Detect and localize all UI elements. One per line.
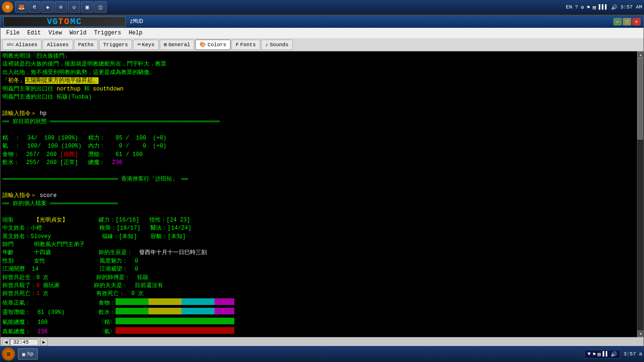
- vertical-scrollbar[interactable]: ▲ ▼: [637, 51, 644, 337]
- menu-view[interactable]: View: [45, 29, 66, 37]
- keys-icon: ⌨: [137, 41, 140, 48]
- taskbar-network-icon: ▌▌▌: [599, 4, 608, 10]
- taskbar-icon-3[interactable]: ◈: [41, 1, 54, 13]
- taskbar-lang: EN: [566, 4, 572, 10]
- window-controls: — □ ✕: [613, 18, 641, 25]
- general-icon: ⊞: [164, 41, 167, 48]
- taskbar-icon-ie[interactable]: e: [28, 1, 41, 13]
- menu-edit[interactable]: Edit: [24, 29, 45, 37]
- app-label: hp: [27, 351, 33, 357]
- toolbar-fonts[interactable]: F Fonts: [231, 40, 260, 50]
- maximize-button[interactable]: □: [623, 18, 631, 25]
- minimize-button[interactable]: —: [613, 18, 622, 25]
- main-window: VGTOMC zMUD — □ ✕ File Edit View World T…: [0, 15, 644, 347]
- taskbar-clock: 3:57 AM: [620, 4, 642, 10]
- system-tray: ▼ ⚑ ▤ ▌▌ 🔊: [584, 350, 620, 359]
- tray-icon-1[interactable]: ▼: [587, 351, 591, 357]
- taskbar-icon-4[interactable]: ⊙: [55, 1, 67, 13]
- title-bar: VGTOMC zMUD — □ ✕: [0, 16, 644, 28]
- tray-icon-4[interactable]: ▌▌: [603, 351, 609, 357]
- toolbar-colors[interactable]: 🎨 Colors: [195, 40, 231, 50]
- toolbar-aliases[interactable]: Aliases: [42, 40, 73, 50]
- window-title: zMUD: [130, 18, 613, 25]
- sounds-icon: ♪: [265, 42, 269, 48]
- scroll-up-button[interactable]: ▲: [637, 51, 644, 58]
- abc-icon: abc: [7, 42, 14, 47]
- menu-bar: File Edit View World Triggers Help: [0, 28, 644, 38]
- taskbar-settings-icon[interactable]: ⚙: [581, 4, 584, 10]
- toolbar-sounds[interactable]: ♪ Sounds: [261, 40, 293, 50]
- taskbar-top: ⊞ 🦊 e ◈ ⊙ ◇ ▣ ◫ EN ? ⚙ ⚑ ▤ ▌▌▌ 🔊 3:57 AM: [0, 0, 644, 14]
- taskbar-monitor-icon: ▤: [593, 4, 596, 10]
- app-icon: ▣: [22, 351, 25, 357]
- fonts-icon: F: [236, 42, 239, 48]
- close-button[interactable]: ✕: [632, 18, 641, 25]
- toolbar: abc Aliases Aliases Paths Triggers ⌨ Key…: [0, 38, 644, 51]
- start-orb[interactable]: ⊞: [2, 1, 13, 13]
- taskbar-icon-6[interactable]: ▣: [81, 1, 93, 13]
- app-logo: VGTOMC: [3, 16, 126, 27]
- tray-icon-3[interactable]: ▤: [598, 351, 601, 357]
- status-bar: ◀ 32:45 ▶: [0, 337, 644, 346]
- taskbar-icon-5[interactable]: ◇: [68, 1, 80, 13]
- scroll-down-button[interactable]: ▼: [637, 330, 644, 337]
- menu-triggers[interactable]: Triggers: [90, 29, 125, 37]
- menu-help[interactable]: Help: [125, 29, 146, 37]
- toolbar-keys[interactable]: ⌨ Keys: [133, 40, 158, 50]
- start-button-bottom[interactable]: ⊞: [2, 347, 15, 361]
- taskbar-icon-7[interactable]: ◫: [94, 1, 107, 13]
- terminal-scroll[interactable]: 明教光明頂「烈火族後門」 這裡就是烈火族的後門，後面就是明教總舵所在，門宇軒大，…: [0, 51, 637, 337]
- menu-world[interactable]: World: [66, 29, 90, 37]
- taskbar-icons: 🦊 e ◈ ⊙ ◇ ▣ ◫: [15, 1, 107, 13]
- status-time: 32:45: [10, 339, 38, 346]
- taskbar-bottom: ⊞ ▣ hp ▼ ⚑ ▤ ▌▌ 🔊 3:57 a: [0, 346, 644, 362]
- status-arrows: ▶: [40, 338, 48, 346]
- taskbar-help-icon[interactable]: ?: [575, 4, 578, 10]
- bottom-clock: 3:57 a: [623, 351, 642, 357]
- colors-icon: 🎨: [199, 41, 206, 48]
- toolbar-paths[interactable]: Paths: [74, 40, 98, 50]
- taskbar-right: EN ? ⚙ ⚑ ▤ ▌▌▌ 🔊 3:57 AM: [566, 4, 642, 10]
- taskbar-icon-firefox[interactable]: 🦊: [15, 1, 27, 13]
- tray-icon-2[interactable]: ⚑: [593, 351, 596, 357]
- toolbar-triggers[interactable]: Triggers: [99, 40, 132, 50]
- toolbar-general[interactable]: ⊞ General: [160, 40, 195, 50]
- toolbar-aliases-abc[interactable]: abc Aliases: [2, 40, 41, 50]
- scroll-track[interactable]: [637, 58, 644, 330]
- scroll-thumb[interactable]: [637, 58, 643, 140]
- menu-file[interactable]: File: [2, 29, 24, 37]
- status-arrow-left[interactable]: ◀: [2, 338, 10, 346]
- taskbar-bottom-right: ▼ ⚑ ▤ ▌▌ 🔊 3:57 a: [584, 350, 642, 359]
- taskbar-app-zmud[interactable]: ▣ hp: [18, 348, 38, 360]
- status-arrow-right[interactable]: ▶: [40, 338, 48, 346]
- tray-icon-5[interactable]: 🔊: [611, 351, 617, 357]
- taskbar-flag-icon: ⚑: [587, 4, 590, 10]
- terminal-area: 明教光明頂「烈火族後門」 這裡就是烈火族的後門，後面就是明教總舵所在，門宇軒大，…: [0, 51, 644, 337]
- taskbar-speaker-icon[interactable]: 🔊: [611, 4, 618, 10]
- terminal[interactable]: 明教光明頂「烈火族後門」 這裡就是烈火族的後門，後面就是明教總舵所在，門宇軒大，…: [0, 51, 637, 337]
- terminal-content: 明教光明頂「烈火族後門」 這裡就是烈火族的後門，後面就是明教總舵所在，門宇軒大，…: [2, 52, 635, 337]
